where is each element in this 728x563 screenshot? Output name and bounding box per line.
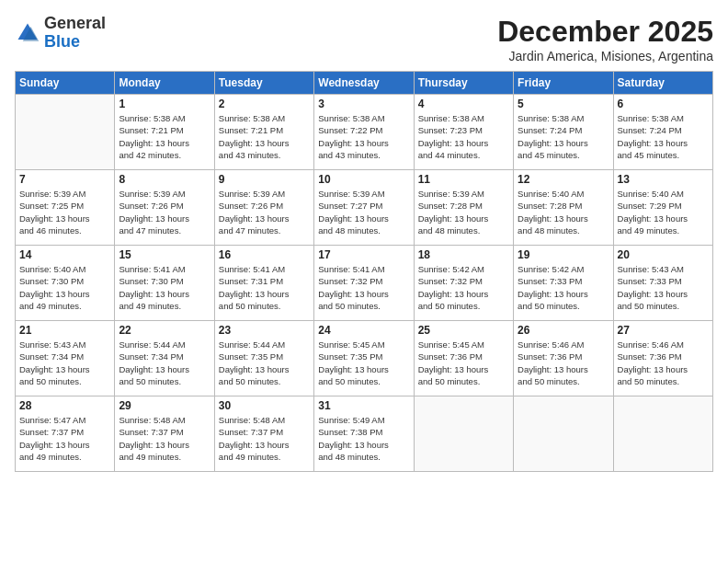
logo-general: General: [44, 14, 106, 32]
calendar-cell: [514, 396, 613, 472]
day-header-monday: Monday: [115, 72, 214, 95]
day-info: Sunrise: 5:38 AMSunset: 7:21 PMDaylight:…: [219, 112, 310, 161]
day-number: 31: [318, 399, 409, 412]
day-number: 6: [618, 98, 709, 110]
calendar-cell: 7Sunrise: 5:39 AMSunset: 7:25 PMDaylight…: [16, 170, 115, 246]
day-info: Sunrise: 5:43 AMSunset: 7:34 PMDaylight:…: [19, 339, 110, 387]
logo-text: General Blue: [44, 15, 106, 52]
day-info: Sunrise: 5:46 AMSunset: 7:36 PMDaylight:…: [618, 339, 709, 387]
day-header-thursday: Thursday: [414, 72, 513, 95]
calendar-cell: 28Sunrise: 5:47 AMSunset: 7:37 PMDayligh…: [16, 396, 115, 472]
calendar-cell: 10Sunrise: 5:39 AMSunset: 7:27 PMDayligh…: [314, 170, 414, 246]
day-number: 22: [119, 324, 210, 337]
logo-icon: [15, 20, 40, 46]
calendar-cell: 2Sunrise: 5:38 AMSunset: 7:21 PMDaylight…: [214, 95, 313, 170]
week-row-1: 1Sunrise: 5:38 AMSunset: 7:21 PMDaylight…: [16, 95, 713, 170]
calendar-cell: 21Sunrise: 5:43 AMSunset: 7:34 PMDayligh…: [16, 321, 115, 396]
calendar-cell: 23Sunrise: 5:44 AMSunset: 7:35 PMDayligh…: [214, 321, 313, 396]
calendar-cell: 17Sunrise: 5:41 AMSunset: 7:32 PMDayligh…: [314, 246, 414, 321]
day-number: 24: [318, 324, 409, 337]
calendar-cell: 12Sunrise: 5:40 AMSunset: 7:28 PMDayligh…: [514, 170, 613, 246]
day-info: Sunrise: 5:38 AMSunset: 7:23 PMDaylight:…: [418, 112, 509, 161]
day-number: 4: [418, 98, 509, 110]
day-number: 10: [318, 173, 409, 186]
calendar-cell: [16, 95, 115, 170]
day-number: 30: [219, 399, 310, 412]
calendar-cell: 6Sunrise: 5:38 AMSunset: 7:24 PMDaylight…: [613, 95, 712, 170]
calendar-cell: 18Sunrise: 5:42 AMSunset: 7:32 PMDayligh…: [414, 246, 513, 321]
day-header-sunday: Sunday: [16, 72, 115, 95]
calendar-cell: 31Sunrise: 5:49 AMSunset: 7:38 PMDayligh…: [314, 396, 414, 472]
day-number: 20: [618, 248, 709, 261]
calendar-cell: 16Sunrise: 5:41 AMSunset: 7:31 PMDayligh…: [214, 246, 313, 321]
day-info: Sunrise: 5:42 AMSunset: 7:33 PMDaylight:…: [518, 263, 609, 312]
day-number: 15: [119, 248, 210, 261]
day-number: 5: [518, 98, 609, 110]
day-info: Sunrise: 5:40 AMSunset: 7:30 PMDaylight:…: [19, 263, 110, 312]
location: Jardin America, Misiones, Argentina: [497, 49, 713, 63]
day-info: Sunrise: 5:41 AMSunset: 7:30 PMDaylight:…: [119, 263, 210, 312]
day-info: Sunrise: 5:47 AMSunset: 7:37 PMDaylight:…: [19, 414, 110, 463]
calendar-cell: 13Sunrise: 5:40 AMSunset: 7:29 PMDayligh…: [613, 170, 712, 246]
calendar-cell: 29Sunrise: 5:48 AMSunset: 7:37 PMDayligh…: [115, 396, 214, 472]
day-header-tuesday: Tuesday: [214, 72, 313, 95]
calendar-cell: 8Sunrise: 5:39 AMSunset: 7:26 PMDaylight…: [115, 170, 214, 246]
day-info: Sunrise: 5:39 AMSunset: 7:25 PMDaylight:…: [19, 188, 110, 236]
day-number: 27: [618, 324, 709, 337]
day-info: Sunrise: 5:39 AMSunset: 7:28 PMDaylight:…: [418, 188, 509, 236]
day-info: Sunrise: 5:40 AMSunset: 7:29 PMDaylight:…: [618, 188, 709, 236]
day-info: Sunrise: 5:39 AMSunset: 7:26 PMDaylight:…: [219, 188, 310, 236]
day-info: Sunrise: 5:38 AMSunset: 7:21 PMDaylight:…: [119, 112, 210, 161]
week-row-4: 21Sunrise: 5:43 AMSunset: 7:34 PMDayligh…: [16, 321, 713, 396]
month-title: December 2025: [497, 15, 713, 49]
calendar-cell: 15Sunrise: 5:41 AMSunset: 7:30 PMDayligh…: [115, 246, 214, 321]
day-info: Sunrise: 5:44 AMSunset: 7:34 PMDaylight:…: [119, 339, 210, 387]
day-number: 9: [219, 173, 310, 186]
calendar-cell: 4Sunrise: 5:38 AMSunset: 7:23 PMDaylight…: [414, 95, 513, 170]
day-info: Sunrise: 5:41 AMSunset: 7:31 PMDaylight:…: [219, 263, 310, 312]
calendar-cell: 25Sunrise: 5:45 AMSunset: 7:36 PMDayligh…: [414, 321, 513, 396]
day-number: 7: [19, 173, 110, 186]
title-block: December 2025 Jardin America, Misiones, …: [497, 15, 713, 63]
calendar-cell: 1Sunrise: 5:38 AMSunset: 7:21 PMDaylight…: [115, 95, 214, 170]
calendar-header-row: SundayMondayTuesdayWednesdayThursdayFrid…: [16, 72, 713, 95]
day-info: Sunrise: 5:38 AMSunset: 7:24 PMDaylight:…: [618, 112, 709, 161]
day-info: Sunrise: 5:39 AMSunset: 7:26 PMDaylight:…: [119, 188, 210, 236]
calendar-cell: 27Sunrise: 5:46 AMSunset: 7:36 PMDayligh…: [613, 321, 712, 396]
calendar-cell: 11Sunrise: 5:39 AMSunset: 7:28 PMDayligh…: [414, 170, 513, 246]
day-info: Sunrise: 5:45 AMSunset: 7:36 PMDaylight:…: [418, 339, 509, 387]
day-number: 12: [518, 173, 609, 186]
week-row-2: 7Sunrise: 5:39 AMSunset: 7:25 PMDaylight…: [16, 170, 713, 246]
week-row-3: 14Sunrise: 5:40 AMSunset: 7:30 PMDayligh…: [16, 246, 713, 321]
day-number: 17: [318, 248, 409, 261]
day-number: 28: [19, 399, 110, 412]
day-info: Sunrise: 5:39 AMSunset: 7:27 PMDaylight:…: [318, 188, 409, 236]
day-info: Sunrise: 5:44 AMSunset: 7:35 PMDaylight:…: [219, 339, 310, 387]
calendar-cell: [414, 396, 513, 472]
day-info: Sunrise: 5:38 AMSunset: 7:24 PMDaylight:…: [518, 112, 609, 161]
day-number: 13: [618, 173, 709, 186]
logo: General Blue: [15, 15, 106, 52]
calendar-cell: [613, 396, 712, 472]
calendar-cell: 14Sunrise: 5:40 AMSunset: 7:30 PMDayligh…: [16, 246, 115, 321]
day-number: 8: [119, 173, 210, 186]
calendar-cell: 20Sunrise: 5:43 AMSunset: 7:33 PMDayligh…: [613, 246, 712, 321]
calendar-cell: 24Sunrise: 5:45 AMSunset: 7:35 PMDayligh…: [314, 321, 414, 396]
day-number: 29: [119, 399, 210, 412]
day-info: Sunrise: 5:40 AMSunset: 7:28 PMDaylight:…: [518, 188, 609, 236]
calendar-cell: 22Sunrise: 5:44 AMSunset: 7:34 PMDayligh…: [115, 321, 214, 396]
day-info: Sunrise: 5:42 AMSunset: 7:32 PMDaylight:…: [418, 263, 509, 312]
day-number: 16: [219, 248, 310, 261]
calendar-cell: 19Sunrise: 5:42 AMSunset: 7:33 PMDayligh…: [514, 246, 613, 321]
day-number: 21: [19, 324, 110, 337]
day-number: 25: [418, 324, 509, 337]
day-number: 1: [119, 98, 210, 110]
day-info: Sunrise: 5:45 AMSunset: 7:35 PMDaylight:…: [318, 339, 409, 387]
day-info: Sunrise: 5:43 AMSunset: 7:33 PMDaylight:…: [618, 263, 709, 312]
day-info: Sunrise: 5:48 AMSunset: 7:37 PMDaylight:…: [219, 414, 310, 463]
calendar-cell: 30Sunrise: 5:48 AMSunset: 7:37 PMDayligh…: [214, 396, 313, 472]
day-number: 18: [418, 248, 509, 261]
day-number: 26: [518, 324, 609, 337]
page-header: General Blue December 2025 Jardin Americ…: [15, 15, 713, 63]
day-info: Sunrise: 5:41 AMSunset: 7:32 PMDaylight:…: [318, 263, 409, 312]
